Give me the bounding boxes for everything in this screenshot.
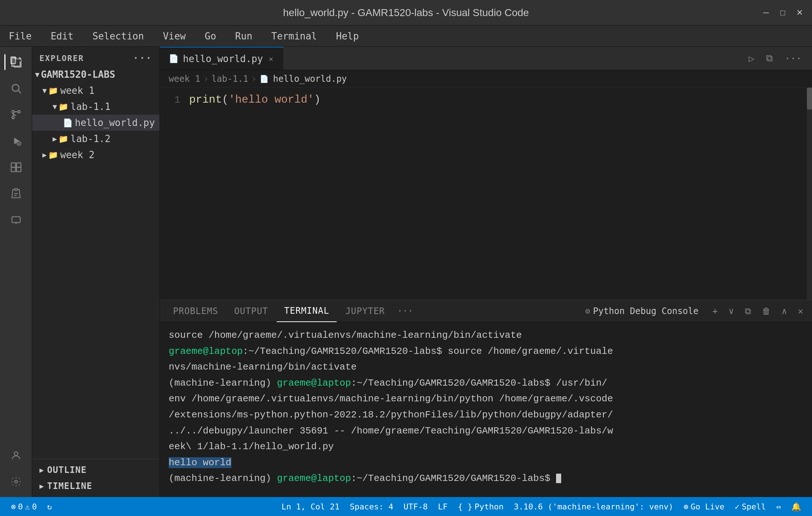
activity-bar (0, 47, 32, 497)
sidebar-item-test[interactable] (4, 182, 28, 205)
tab-close-button[interactable]: ✕ (267, 54, 275, 64)
status-line-ending[interactable]: LF (433, 502, 453, 511)
terminal-content[interactable]: source /home/graeme/.virtualenvs/machine… (160, 322, 812, 497)
debug-console-label: Python Debug Console (593, 306, 698, 316)
breadcrumb-lab11[interactable]: lab-1.1 (211, 74, 248, 84)
window-title: hello_world.py - GAMR1520-labs - Visual … (283, 7, 529, 19)
sidebar-item-settings[interactable] (4, 470, 28, 493)
sidebar-item-source-control[interactable] (4, 103, 28, 126)
svg-point-6 (12, 116, 14, 119)
tab-hello-world[interactable]: 📄 hello_world.py ✕ (160, 47, 284, 70)
menu-file[interactable]: File (6, 29, 35, 43)
close-panel-button[interactable]: ✕ (795, 305, 806, 318)
menu-go[interactable]: Go (202, 29, 219, 43)
breadcrumb-week1[interactable]: week 1 (169, 74, 200, 84)
svg-rect-8 (11, 167, 15, 172)
sidebar-item-accounts[interactable] (4, 444, 28, 467)
tab-actions: ▷ ⧉ ··· (746, 47, 812, 70)
terminal-line: env /home/graeme/.virtualenvs/machine-le… (169, 391, 803, 407)
status-encoding[interactable]: UTF-8 (398, 502, 433, 511)
workspace-root[interactable]: ▼ GAMR1520-LABS (32, 66, 160, 83)
tab-bar: 📄 hello_world.py ✕ ▷ ⧉ ··· (160, 47, 812, 70)
remote-icon: ↻ (47, 502, 52, 511)
line-ending-label: LF (438, 502, 448, 511)
sidebar-item-search[interactable] (4, 77, 28, 100)
menu-terminal[interactable]: Terminal (268, 29, 320, 43)
run-button[interactable]: ▷ (746, 51, 757, 65)
sidebar-item-extensions[interactable] (4, 156, 28, 179)
tab-output[interactable]: OUTPUT (227, 300, 276, 322)
language-label: Python (475, 502, 503, 511)
bell-icon: 🔔 (791, 502, 801, 511)
terminal-line: source /home/graeme/.virtualenvs/machine… (169, 328, 803, 343)
sync-icon: ⇔ (776, 502, 781, 511)
menu-selection[interactable]: Selection (89, 29, 147, 43)
status-language[interactable]: { } Python (453, 502, 509, 511)
breadcrumb-separator: › (203, 74, 208, 84)
status-spell[interactable]: ✓ Spell (729, 502, 771, 511)
status-go-live[interactable]: ⊕ Go Live (678, 502, 729, 511)
minimize-button[interactable]: ─ (761, 8, 771, 18)
menu-edit[interactable]: Edit (48, 29, 77, 43)
keyword-print: print (189, 93, 222, 106)
timeline-section[interactable]: ▶ TIMELINE (32, 478, 160, 494)
sidebar-item-explorer[interactable] (4, 50, 28, 74)
menu-bar: File Edit Selection View Go Run Terminal… (0, 26, 812, 47)
split-editor-button[interactable]: ⧉ (763, 51, 776, 65)
status-remote[interactable]: ↻ (42, 497, 57, 516)
status-indentation[interactable]: Spaces: 4 (345, 502, 398, 511)
terminal-line: ../../debugpy/launcher 35691 -- /home/gr… (169, 424, 803, 439)
sidebar-item-run[interactable] (4, 129, 28, 153)
status-python-env[interactable]: 3.10.6 ('machine-learning': venv) (509, 502, 678, 511)
warning-count: 0 (32, 502, 37, 511)
tab-jupyter[interactable]: JUPYTER (338, 300, 392, 322)
sidebar-item-remote[interactable] (4, 208, 28, 232)
more-actions-button[interactable]: ··· (782, 51, 805, 65)
go-live-icon: ⊕ (683, 502, 688, 511)
tree-item-lab12[interactable]: ▶ 📁 lab-1.2 (32, 131, 160, 147)
outline-section[interactable]: ▶ OUTLINE (32, 462, 160, 478)
python-env-label: 3.10.6 ('machine-learning': venv) (514, 502, 673, 511)
tab-terminal[interactable]: TERMINAL (277, 300, 337, 322)
status-sync[interactable]: ⇔ (771, 502, 786, 511)
string-value: 'hello world' (229, 93, 314, 106)
tree-item-hello-world[interactable]: 📄 hello_world.py (32, 115, 160, 131)
menu-run[interactable]: Run (232, 29, 255, 43)
close-button[interactable]: ✕ (794, 8, 805, 18)
svg-rect-10 (11, 163, 15, 167)
menu-help[interactable]: Help (333, 29, 362, 43)
terminal-dropdown-button[interactable]: ∨ (726, 305, 737, 318)
tab-problems[interactable]: PROBLEMS (166, 300, 226, 322)
maximize-panel-button[interactable]: ∧ (779, 305, 790, 318)
terminal-cursor (556, 474, 561, 483)
tree-item-lab11[interactable]: ▼ 📁 lab-1.1 (32, 99, 160, 115)
new-terminal-button[interactable]: + (709, 305, 720, 318)
editor-scrollbar[interactable] (807, 88, 812, 300)
terminal-line-hello-world: hello world (169, 455, 803, 471)
delete-terminal-button[interactable]: 🗑 (759, 305, 774, 318)
split-terminal-button[interactable]: ⧉ (742, 305, 754, 318)
panel-actions: ⚙ Python Debug Console + ∨ ⧉ 🗑 ∧ ✕ (579, 305, 806, 318)
go-live-label: Go Live (691, 502, 725, 511)
terminal-line: nvs/machine-learning/bin/activate (169, 360, 803, 375)
panel-tab-bar: PROBLEMS OUTPUT TERMINAL JUPYTER ··· ⚙ P… (160, 300, 812, 322)
panel-more-button[interactable]: ··· (394, 305, 417, 318)
status-errors[interactable]: ⊗ 0 ⚠ 0 (6, 497, 42, 516)
outline-label: OUTLINE (47, 465, 87, 475)
status-cursor-position[interactable]: Ln 1, Col 21 (276, 502, 345, 511)
tree-item-week1[interactable]: ▼ 📁 week 1 (32, 83, 160, 99)
svg-rect-11 (16, 163, 21, 167)
explorer-more-button[interactable]: ··· (133, 53, 152, 64)
breadcrumb-filename[interactable]: hello_world.py (273, 74, 347, 84)
code-editor[interactable]: 1 print('hello world') (160, 88, 812, 300)
tree-item-week2[interactable]: ▶ 📁 week 2 (32, 147, 160, 163)
menu-view[interactable]: View (160, 29, 189, 43)
error-icon: ⊗ (11, 502, 16, 511)
spell-label: Spell (742, 502, 766, 511)
breadcrumb: week 1 › lab-1.1 › 📄 hello_world.py (160, 70, 812, 88)
maximize-button[interactable]: □ (778, 8, 788, 18)
svg-rect-13 (12, 217, 20, 222)
terminal-line: (machine-learning) graeme@laptop:~/Teach… (169, 376, 803, 391)
status-notifications[interactable]: 🔔 (786, 502, 806, 511)
tree-label: hello_world.py (75, 117, 155, 128)
